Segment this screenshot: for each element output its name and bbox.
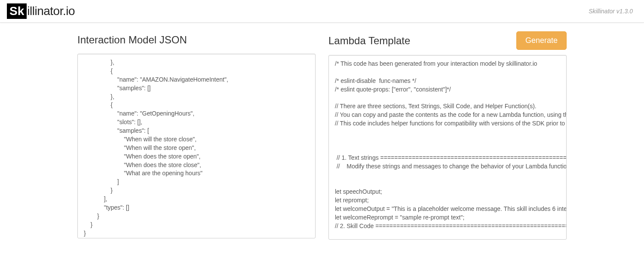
logo: Skillinator.io — [7, 3, 75, 19]
generate-button[interactable]: Generate — [516, 31, 567, 50]
right-panel-header: Lambda Template Generate — [328, 31, 567, 50]
main-container: Interaction Model JSON Lambda Template G… — [0, 23, 644, 248]
logo-rest: illinator.io — [27, 4, 75, 18]
left-panel: Interaction Model JSON — [77, 31, 316, 240]
version-label: Skillinator v1.3.0 — [589, 8, 633, 15]
header: Skillinator.io Skillinator v1.3.0 — [0, 0, 644, 23]
left-panel-title: Interaction Model JSON — [77, 34, 187, 46]
interaction-model-textarea[interactable] — [77, 54, 316, 238]
left-panel-header: Interaction Model JSON — [77, 31, 316, 49]
right-panel-title: Lambda Template — [328, 35, 410, 47]
lambda-template-textarea[interactable] — [328, 55, 567, 240]
logo-prefix: Sk — [7, 3, 27, 19]
right-panel: Lambda Template Generate — [328, 31, 567, 240]
